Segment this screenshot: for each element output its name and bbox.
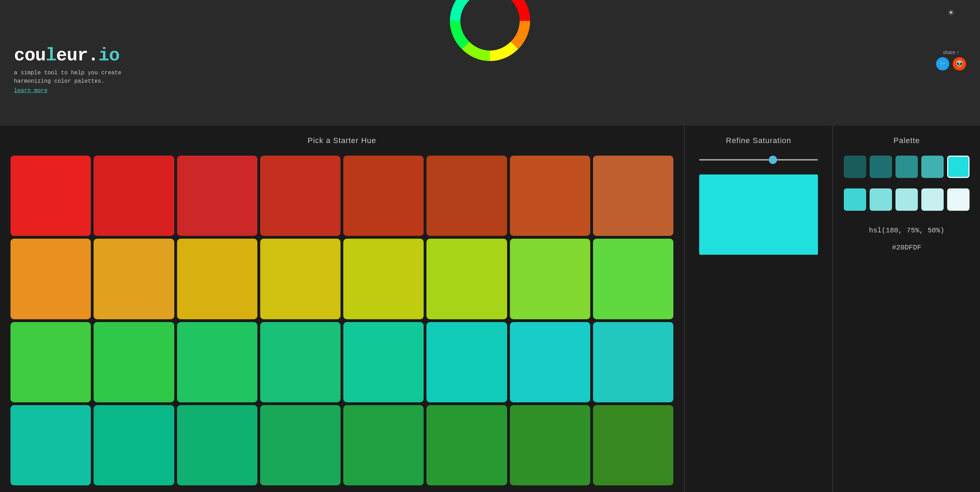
share-icons: 🐦 👽 [936,57,966,70]
palette-cell-selected[interactable] [947,156,969,178]
top-right: ☀ share ↑ 🐦 👽 [936,7,966,70]
hue-cell[interactable] [177,405,258,486]
share-label: share ↑ [943,49,959,55]
palette-cell[interactable] [844,156,866,178]
hue-cell[interactable] [343,322,424,402]
brand-subtitle: a simple tool to help you create harmoni… [14,69,147,86]
hue-cell[interactable] [343,239,424,319]
hue-cell[interactable] [426,405,507,486]
color-code-hsl: hsl(180, 75%, 50%) [869,227,944,235]
hue-cell[interactable] [11,405,91,486]
hue-cell[interactable] [94,156,174,236]
hue-cell[interactable] [426,322,507,402]
hue-panel: Pick a Starter Hue [0,125,684,492]
palette-cell[interactable] [844,189,866,211]
svg-point-1 [466,0,514,45]
brand-title: couleur.io [14,45,147,66]
color-wheel [448,0,532,63]
saturation-color-preview [699,175,818,255]
saturation-panel-title: Refine Saturation [726,136,791,145]
color-code-hex: #20DFDF [892,244,921,252]
brand-accent-io: io [99,45,119,66]
hue-cell[interactable] [343,156,424,236]
brand-accent-l: l [46,45,56,66]
hue-cell[interactable] [510,239,590,319]
hue-cell[interactable] [510,322,590,402]
palette-cell[interactable] [896,189,918,211]
hue-cell[interactable] [177,239,258,319]
bottom-panels: Pick a Starter Hue [0,125,980,492]
saturation-slider-track[interactable] [699,159,818,160]
hue-panel-title: Pick a Starter Hue [308,136,377,145]
hue-cell[interactable] [260,239,340,319]
top-section: couleur.io a simple tool to help you cre… [0,0,980,125]
hue-cell[interactable] [260,322,340,402]
reddit-button[interactable]: 👽 [953,57,966,70]
hue-cell[interactable] [510,156,590,236]
palette-cell[interactable] [921,189,944,211]
hue-cell[interactable] [593,156,673,236]
hue-cell[interactable] [343,405,424,486]
learn-more-link[interactable]: learn more [14,87,48,94]
hue-cell[interactable] [11,322,91,402]
palette-cell[interactable] [896,156,918,178]
twitter-button[interactable]: 🐦 [936,57,949,70]
palette-cell[interactable] [921,156,944,178]
palette-cell[interactable] [947,189,969,211]
palette-cell[interactable] [870,189,892,211]
slider-container [696,156,821,168]
hue-cell[interactable] [260,156,340,236]
share-section: share ↑ 🐦 👽 [936,49,966,70]
hue-cell[interactable] [177,156,258,236]
palette-grid-row1 [844,156,969,178]
palette-panel: Palette hsl(180, 75%, 50%) #20DFDF [833,125,980,492]
sun-icon[interactable]: ☀ [948,7,954,19]
hue-cell[interactable] [94,405,174,486]
palette-cell[interactable] [870,156,892,178]
hue-cell[interactable] [593,322,673,402]
hue-cell[interactable] [260,405,340,486]
hue-cell[interactable] [11,156,91,236]
hue-grid [11,156,673,486]
brand-section: couleur.io a simple tool to help you cre… [14,45,147,94]
hue-cell[interactable] [94,322,174,402]
hue-cell[interactable] [593,405,673,486]
hue-cell[interactable] [94,239,174,319]
saturation-slider-thumb[interactable] [769,156,777,164]
hue-cell[interactable] [510,405,590,486]
hue-cell[interactable] [426,239,507,319]
color-wheel-container [448,0,532,63]
hue-cell[interactable] [593,239,673,319]
saturation-panel: Refine Saturation [685,125,832,492]
hue-cell[interactable] [11,239,91,319]
hue-cell[interactable] [177,322,258,402]
hue-cell[interactable] [426,156,507,236]
palette-panel-title: Palette [893,136,920,145]
palette-grid-row2 [844,189,969,211]
